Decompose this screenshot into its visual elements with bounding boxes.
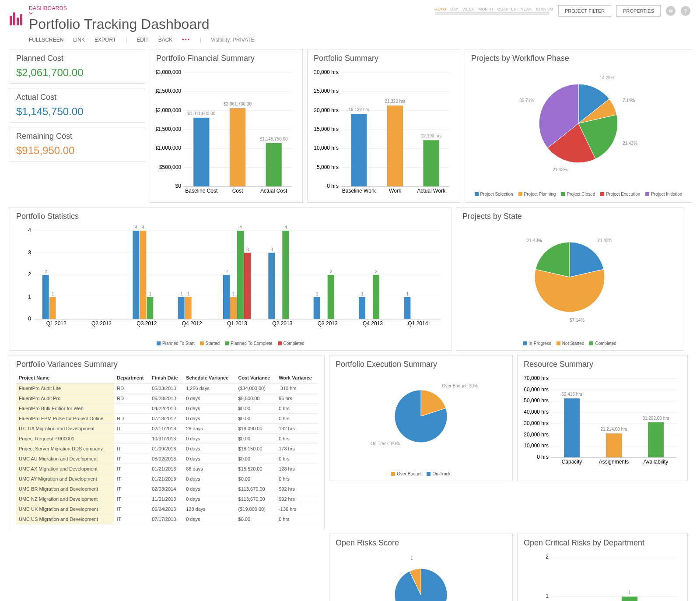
table-row[interactable]: UMC BR Migration and DevelopmentIT02/03/… — [16, 484, 318, 494]
timeframe-auto[interactable]: AUTO — [435, 7, 446, 11]
project-filter-button[interactable]: PROJECT FILTER — [558, 5, 611, 17]
table-row[interactable]: UMC UK Migration and DevelopmentIT06/24/… — [16, 504, 318, 514]
svg-text:0 hrs: 0 hrs — [327, 183, 339, 189]
svg-rect-133 — [606, 433, 622, 457]
svg-text:57.14%: 57.14% — [570, 318, 584, 323]
toolbar-back[interactable]: BACK — [158, 37, 173, 43]
svg-text:1: 1 — [52, 292, 54, 296]
visibility-label: Visibility: PRIVATE — [211, 37, 254, 43]
kpi-label: Planned Cost — [16, 54, 139, 63]
svg-text:31,202.00 hrs: 31,202.00 hrs — [642, 416, 669, 421]
svg-rect-152 — [622, 597, 637, 601]
svg-text:21,322 hrs: 21,322 hrs — [385, 99, 405, 104]
table-row[interactable]: FluentPro Bulk Editior for Web04/22/2013… — [16, 404, 318, 414]
svg-text:5,000 hrs: 5,000 hrs — [317, 164, 339, 170]
table-row[interactable]: FluentPro Audit ProRD06/28/20130 days$8,… — [16, 394, 318, 404]
svg-text:3: 3 — [271, 247, 273, 252]
svg-text:21.43%: 21.43% — [527, 238, 542, 243]
timeframe-day[interactable]: DAY — [450, 7, 458, 11]
table-row[interactable]: UMC AX Migration and DevelopmentIT01/21/… — [16, 464, 318, 474]
chart-projects-by-state: Projects by State21.43%57.14%21.43%In-Pr… — [456, 207, 683, 351]
kpi-label: Remaining Cost — [16, 132, 139, 141]
chart-resource-summary: Resource Summary0 hrs10,000 hrs20,000 hr… — [517, 355, 688, 481]
gear-icon[interactable]: ✲ — [666, 6, 676, 16]
svg-text:$3,000,000: $3,000,000 — [156, 69, 181, 75]
svg-text:0: 0 — [28, 316, 31, 322]
toolbar-edit[interactable]: EDIT — [136, 37, 148, 43]
svg-text:52,416 hrs: 52,416 hrs — [561, 392, 582, 397]
svg-text:Assignments: Assignments — [599, 459, 629, 465]
col-header[interactable]: Work Variance — [276, 373, 318, 383]
chart-execution-summary: Portfolio Execution SummaryOver Budget: … — [329, 355, 513, 481]
chart-portfolio-statistics: Portfolio Statistics0123421Q1 2012Q2 201… — [10, 207, 452, 351]
svg-text:35.71%: 35.71% — [519, 98, 534, 103]
table-row[interactable]: ITC UA Migration and DevelopmentIT02/11/… — [16, 424, 318, 434]
col-header[interactable]: Project Name — [16, 373, 114, 383]
svg-text:20,000 hrs: 20,000 hrs — [524, 432, 549, 438]
svg-text:$1,145,750.00: $1,145,750.00 — [260, 137, 288, 141]
col-header[interactable]: Schedule Variance — [183, 373, 235, 383]
svg-rect-85 — [237, 231, 244, 319]
svg-text:Q1 2012: Q1 2012 — [46, 320, 66, 327]
svg-text:4: 4 — [285, 225, 287, 230]
svg-text:4: 4 — [135, 225, 138, 230]
timeframe-quarter[interactable]: QUARTER — [497, 7, 517, 11]
svg-text:25,000 hrs: 25,000 hrs — [314, 88, 339, 94]
svg-text:Baseline Work: Baseline Work — [342, 188, 376, 194]
svg-text:12,190 hrs: 12,190 hrs — [421, 134, 441, 138]
properties-button[interactable]: PROPERTIES — [616, 5, 661, 17]
timeframe-year[interactable]: YEAR — [521, 7, 532, 11]
logo-icon — [10, 8, 23, 25]
col-header[interactable]: Finish Date — [149, 373, 183, 383]
svg-rect-87 — [244, 253, 251, 320]
svg-rect-17 — [230, 108, 245, 186]
svg-text:14.29%: 14.29% — [600, 75, 615, 80]
table-row[interactable]: Project Request PR0000110/31/20130 days$… — [16, 434, 318, 444]
table-row[interactable]: FluentPro EPM Pulse for Project OnlineRD… — [16, 414, 318, 424]
help-icon[interactable]: ? — [681, 6, 690, 16]
col-header[interactable]: Department — [114, 373, 149, 383]
table-row[interactable]: UMC AU Migration and DevelopmentIT08/02/… — [16, 454, 318, 464]
svg-text:Q2 2012: Q2 2012 — [91, 320, 112, 327]
table-row[interactable]: UMC US Migration and DevelopmentIT07/17/… — [16, 514, 318, 524]
svg-rect-63 — [42, 275, 49, 319]
svg-text:7.14%: 7.14% — [623, 98, 635, 103]
svg-text:50,000 hrs: 50,000 hrs — [524, 397, 549, 404]
table-row[interactable]: UMC NZ Migration and DevelopmentIT11/01/… — [16, 494, 318, 504]
chevron-down-icon — [29, 11, 33, 15]
toolbar-export[interactable]: EXPORT — [94, 37, 116, 43]
chart-financial-summary: Portfolio Financial Summary$0$500,000$1,… — [150, 49, 303, 203]
table-row[interactable]: Project Server Migration DDS companyIT01… — [16, 444, 318, 454]
breadcrumb[interactable]: DASHBOARDS — [29, 5, 254, 15]
more-icon[interactable]: ••• — [182, 37, 190, 43]
timeframe-custom[interactable]: CUSTOM — [536, 7, 553, 11]
svg-text:1: 1 — [187, 292, 190, 296]
svg-text:21.43%: 21.43% — [598, 238, 612, 243]
toolbar-link[interactable]: LINK — [73, 37, 85, 43]
svg-text:2: 2 — [45, 269, 47, 274]
svg-text:2: 2 — [28, 271, 31, 278]
svg-text:Capacity: Capacity — [562, 459, 582, 465]
svg-text:0 hrs: 0 hrs — [537, 454, 549, 460]
svg-rect-100 — [359, 297, 365, 320]
svg-text:1: 1 — [180, 292, 183, 296]
timeframe-selector[interactable]: AUTODAYWEEKMONTHQUARTERYEARCUSTOM — [435, 7, 553, 15]
svg-text:2: 2 — [225, 269, 228, 274]
svg-text:1: 1 — [628, 590, 631, 595]
kpi-value: $915,950.00 — [16, 144, 139, 157]
timeframe-week[interactable]: WEEK — [462, 7, 474, 11]
chart-critical-risks-dept: Open Critical Risks by Department012(Not… — [517, 534, 688, 601]
col-header[interactable]: Cost Variance — [236, 373, 276, 383]
svg-text:10,000 hrs: 10,000 hrs — [524, 443, 549, 449]
kpi-label: Actual Cost — [16, 93, 139, 102]
timeframe-month[interactable]: MONTH — [479, 7, 493, 11]
toolbar-fullscreen[interactable]: FULLSCREEN — [29, 37, 63, 43]
svg-text:4: 4 — [142, 225, 145, 230]
table-row[interactable]: FluentPro Audit LiteRD05/03/20131,256 da… — [16, 383, 318, 394]
table-row[interactable]: UMC AY Migration and DevelopmentIT01/21/… — [16, 474, 318, 484]
svg-rect-130 — [564, 398, 580, 457]
svg-rect-83 — [230, 297, 237, 320]
svg-text:$500,000: $500,000 — [159, 164, 181, 170]
svg-text:1: 1 — [316, 292, 318, 296]
svg-text:4: 4 — [28, 227, 31, 233]
